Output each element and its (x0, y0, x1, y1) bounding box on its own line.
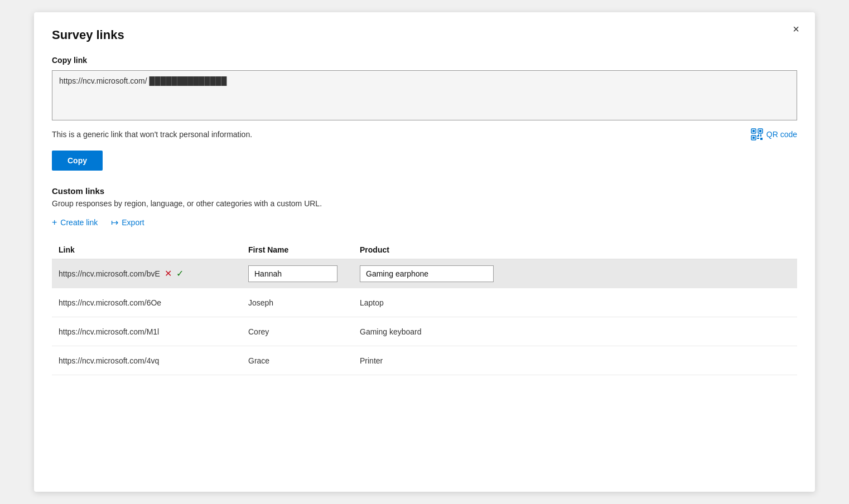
create-link-label: Create link (60, 218, 98, 227)
custom-links-section: Custom links Group responses by region, … (52, 186, 797, 375)
table-header: Link First Name Product (52, 241, 797, 259)
custom-links-description: Group responses by region, language, or … (52, 199, 797, 208)
product-cell-3: Gaming keyboard (360, 327, 790, 336)
cancel-icon-1[interactable]: ✕ (165, 268, 172, 279)
link-cell-3: https://ncv.microsoft.com/M1l (59, 327, 248, 336)
custom-links-title: Custom links (52, 186, 797, 196)
table-row: https://ncv.microsoft.com/6Oe Joseph Lap… (52, 288, 797, 317)
export-button[interactable]: ↦ Export (111, 217, 144, 227)
svg-rect-5 (752, 137, 755, 139)
svg-rect-12 (757, 135, 758, 137)
svg-rect-10 (758, 134, 759, 135)
svg-rect-7 (760, 135, 761, 137)
link-text-1: https://ncv.microsoft.com/bvE (59, 269, 160, 278)
product-input-1[interactable] (360, 265, 494, 282)
copy-link-section: Copy link https://ncv.microsoft.com/ ███… (52, 56, 797, 186)
link-cell-1: https://ncv.microsoft.com/bvE ✕ ✓ (59, 268, 248, 279)
first-name-input-1[interactable] (248, 265, 337, 282)
svg-rect-9 (760, 138, 763, 140)
svg-rect-13 (757, 138, 758, 139)
qr-icon (751, 128, 763, 140)
table-row: https://ncv.microsoft.com/4vq Grace Prin… (52, 346, 797, 375)
link-text-3: https://ncv.microsoft.com/M1l (59, 327, 159, 336)
close-button[interactable]: × (788, 21, 804, 37)
product-cell-1 (360, 265, 790, 282)
generic-link-text: This is a generic link that won't track … (52, 130, 252, 139)
svg-rect-6 (758, 135, 759, 137)
product-cell-2: Laptop (360, 298, 790, 307)
create-link-button[interactable]: + Create link (52, 217, 98, 227)
copy-button[interactable]: Copy (52, 151, 103, 171)
header-product: Product (360, 245, 790, 254)
qr-code-label: QR code (766, 130, 797, 139)
export-label: Export (122, 218, 144, 227)
link-cell-2: https://ncv.microsoft.com/6Oe (59, 298, 248, 307)
header-link: Link (59, 245, 248, 254)
table-row: https://ncv.microsoft.com/bvE ✕ ✓ (52, 259, 797, 288)
first-name-cell-2: Joseph (248, 298, 360, 307)
first-name-cell-1 (248, 265, 360, 282)
link-cell-4: https://ncv.microsoft.com/4vq (59, 356, 248, 365)
copy-link-textarea[interactable]: https://ncv.microsoft.com/ █████████████… (52, 70, 797, 120)
svg-rect-3 (759, 130, 761, 132)
export-icon: ↦ (111, 217, 118, 227)
link-text-4: https://ncv.microsoft.com/4vq (59, 356, 159, 365)
generic-link-row: This is a generic link that won't track … (52, 128, 797, 140)
confirm-icon-1[interactable]: ✓ (176, 268, 184, 279)
link-text-2: https://ncv.microsoft.com/6Oe (59, 298, 161, 307)
svg-rect-8 (758, 138, 759, 139)
product-cell-4: Printer (360, 356, 790, 365)
actions-row: + Create link ↦ Export (52, 217, 797, 227)
survey-links-dialog: × Survey links Copy link https://ncv.mic… (34, 12, 815, 492)
svg-rect-1 (752, 130, 755, 132)
custom-links-table: Link First Name Product https://ncv.micr… (52, 241, 797, 375)
first-name-cell-4: Grace (248, 356, 360, 365)
table-row: https://ncv.microsoft.com/M1l Corey Gami… (52, 317, 797, 346)
svg-rect-11 (760, 134, 761, 135)
plus-icon: + (52, 217, 57, 227)
qr-code-button[interactable]: QR code (751, 128, 797, 140)
first-name-cell-3: Corey (248, 327, 360, 336)
dialog-title: Survey links (52, 28, 797, 42)
header-first-name: First Name (248, 245, 360, 254)
copy-link-label: Copy link (52, 56, 797, 65)
